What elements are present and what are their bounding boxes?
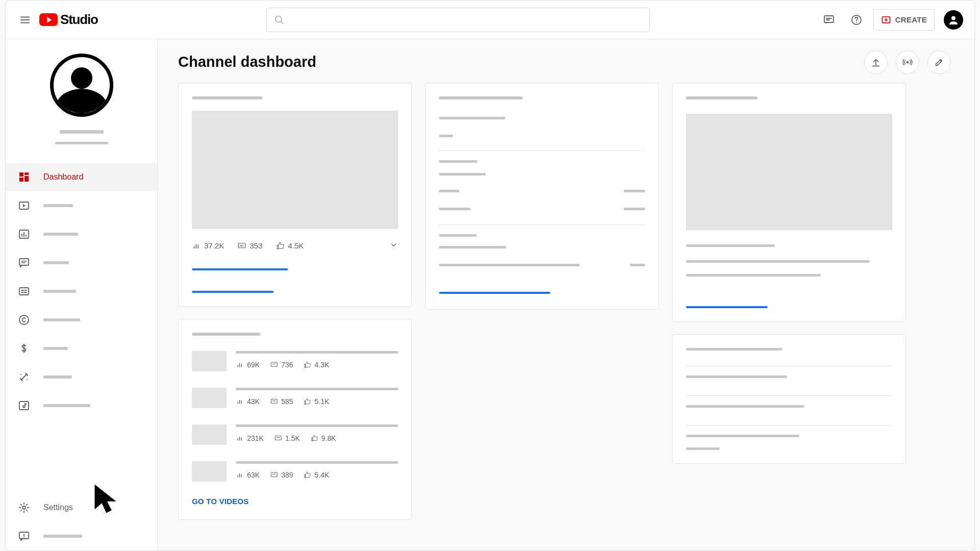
svg-point-15 (20, 374, 21, 375)
app-header: Studio CREATE (6, 1, 974, 39)
section-label-placeholder (439, 160, 478, 163)
live-icon (902, 57, 913, 68)
svg-point-3 (856, 21, 857, 22)
page-title: Channel dashboard (178, 54, 954, 70)
section-label-placeholder (439, 234, 477, 237)
svg-rect-6 (19, 172, 23, 177)
sidebar-item-dashboard[interactable]: Dashboard (6, 163, 157, 191)
go-live-button[interactable] (896, 51, 919, 74)
video-list-item[interactable]: 69K 736 4.3K (192, 351, 398, 371)
card-title-placeholder (192, 96, 262, 99)
svg-rect-12 (19, 259, 29, 265)
logo-text: Studio (60, 12, 98, 28)
text-placeholder (439, 135, 453, 137)
video-title-placeholder (236, 351, 398, 354)
go-to-videos-link[interactable]: GO TO VIDEOS (192, 497, 249, 506)
play-box-icon (18, 199, 30, 212)
views-bar-icon (192, 241, 201, 251)
edit-button[interactable] (927, 51, 951, 74)
svg-rect-8 (24, 176, 29, 182)
sidebar-item-analytics[interactable] (6, 220, 157, 248)
sidebar-item-audio[interactable] (6, 391, 157, 420)
svg-rect-7 (24, 172, 29, 175)
svg-rect-26 (271, 472, 277, 477)
text-placeholder (686, 375, 787, 378)
sidebar: Dashboard (6, 39, 158, 550)
help-button[interactable] (846, 9, 867, 31)
svg-point-21 (906, 61, 909, 64)
account-avatar[interactable] (944, 10, 963, 30)
dollar-icon (18, 342, 30, 355)
video-title-placeholder (236, 424, 398, 427)
card-title-placeholder (192, 333, 260, 336)
create-icon (881, 15, 891, 25)
svg-rect-9 (19, 178, 23, 182)
hamburger-menu-button[interactable] (13, 8, 37, 32)
text-placeholder (686, 447, 720, 450)
svg-rect-13 (19, 288, 29, 295)
text-placeholder (439, 173, 486, 176)
chat-icon (823, 14, 835, 26)
upload-button[interactable] (864, 51, 888, 74)
sidebar-item-monetization[interactable] (6, 334, 157, 363)
sidebar-item-copyright[interactable] (6, 306, 157, 334)
video-list-item[interactable]: 63K 389 5.4K (192, 461, 398, 482)
sidebar-item-label: Settings (43, 503, 73, 512)
svg-point-5 (951, 16, 955, 20)
sidebar-item-comments[interactable] (6, 248, 157, 277)
recent-videos-card: 69K 736 4.3K 43K (178, 319, 412, 520)
views-stat: 37.2K (192, 241, 224, 251)
create-button[interactable]: CREATE (873, 9, 935, 31)
expand-button[interactable] (389, 240, 398, 251)
bar-chart-icon (18, 228, 30, 240)
video-list-item[interactable]: 231K 1.5K 9.8K (192, 424, 398, 445)
youtube-studio-logo[interactable]: Studio (39, 12, 98, 28)
sidebar-item-customization[interactable] (6, 363, 157, 391)
sidebar-item-subtitles[interactable] (6, 277, 157, 306)
chevron-down-icon (389, 240, 398, 249)
copyright-icon (18, 314, 30, 326)
card-title-placeholder (439, 96, 523, 99)
main-content: Channel dashboard (158, 39, 974, 550)
link-placeholder[interactable] (192, 291, 274, 293)
upload-icon (870, 57, 881, 68)
comments-button[interactable] (818, 9, 840, 31)
svg-point-20 (23, 537, 24, 538)
channel-profile[interactable] (6, 39, 157, 152)
sidebar-item-settings[interactable]: Settings (6, 493, 157, 522)
comment-small-icon (237, 241, 247, 251)
link-placeholder[interactable] (686, 306, 768, 308)
link-placeholder[interactable] (192, 268, 288, 270)
video-thumb-small (192, 424, 227, 445)
text-placeholder (686, 274, 821, 277)
sidebar-item-feedback[interactable] (6, 522, 157, 550)
svg-point-14 (19, 315, 29, 324)
feedback-icon (18, 530, 30, 542)
latest-video-card: 37.2K 353 4.5K (178, 83, 412, 307)
channel-name-placeholder (60, 130, 104, 134)
svg-rect-23 (271, 362, 277, 366)
news-card (672, 83, 906, 322)
analytics-card (425, 83, 659, 310)
svg-rect-24 (271, 399, 277, 403)
svg-point-16 (27, 379, 28, 380)
like-icon (276, 241, 285, 251)
video-thumb-small (192, 351, 227, 371)
avatar-icon (947, 14, 960, 26)
edit-icon (934, 57, 945, 68)
comments-stat: 353 (237, 241, 262, 251)
text-placeholder (686, 435, 799, 437)
sidebar-item-content[interactable] (6, 191, 157, 220)
hamburger-icon (19, 14, 31, 26)
search-input[interactable] (266, 8, 650, 32)
link-placeholder[interactable] (439, 292, 550, 294)
audio-lib-icon (18, 399, 30, 412)
svg-rect-1 (824, 16, 834, 22)
comment-icon (18, 257, 30, 269)
video-title-placeholder (236, 388, 398, 390)
video-thumbnail[interactable] (192, 111, 398, 229)
text-placeholder (686, 244, 775, 247)
svg-rect-22 (238, 243, 246, 247)
video-list-item[interactable]: 43K 585 5.1K (192, 388, 398, 408)
ideas-card (672, 334, 906, 464)
